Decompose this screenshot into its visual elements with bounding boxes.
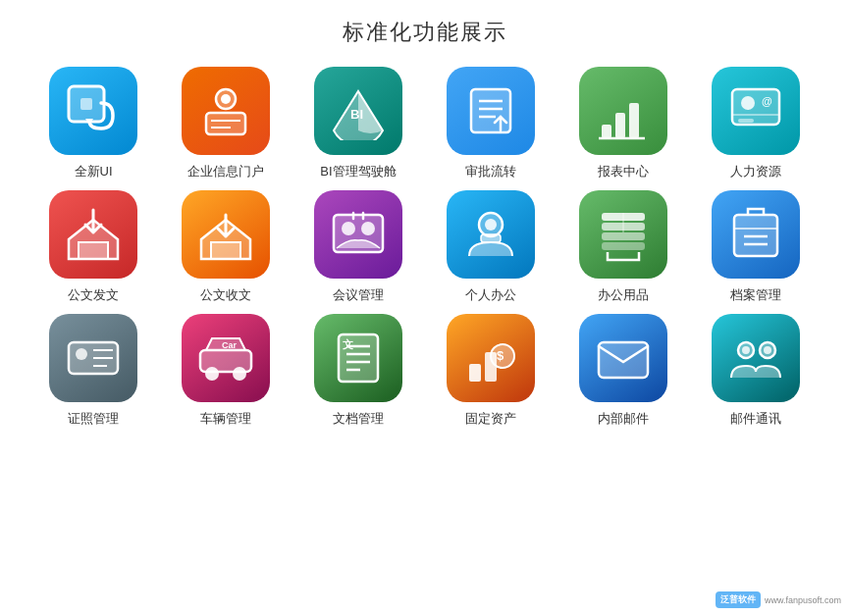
grid-row-0: 全新UI 企业信息门户 BI BI管理驾驶舱 审批流转 报表中心 @ xyxy=(42,67,808,180)
icon-label-hr: 人力资源 xyxy=(730,163,781,180)
icon-label-contact: 邮件通讯 xyxy=(730,410,781,428)
icon-box-docs: 文 xyxy=(314,314,402,402)
svg-rect-30 xyxy=(481,234,501,242)
svg-rect-55 xyxy=(469,364,481,382)
icon-item-hr[interactable]: @ 人力资源 xyxy=(705,67,808,180)
svg-point-4 xyxy=(221,94,231,104)
icon-box-supplies xyxy=(579,190,667,279)
icon-label-license: 证照管理 xyxy=(68,410,119,428)
icon-box-assets: $ xyxy=(447,314,535,402)
icon-box-report xyxy=(579,67,667,155)
svg-point-41 xyxy=(76,348,87,360)
icon-box-meeting xyxy=(314,190,402,279)
icon-label-supplies: 办公用品 xyxy=(598,286,649,304)
icon-item-meeting[interactable]: 会议管理 xyxy=(307,190,410,304)
svg-point-47 xyxy=(233,367,246,381)
icon-box-contact xyxy=(712,314,800,402)
svg-rect-9 xyxy=(471,89,510,132)
icon-label-recdoc: 公文收文 xyxy=(200,286,251,304)
icon-item-email[interactable]: 内部邮件 xyxy=(572,314,675,428)
svg-point-25 xyxy=(361,222,375,235)
svg-rect-22 xyxy=(738,119,754,123)
icon-box-archive xyxy=(712,190,800,279)
icon-item-report[interactable]: 报表中心 xyxy=(572,67,675,180)
svg-text:@: @ xyxy=(762,95,772,107)
icon-label-portal: 企业信息门户 xyxy=(187,163,264,180)
icon-item-bi[interactable]: BI BI管理驾驶舱 xyxy=(307,67,410,180)
icon-label-email: 内部邮件 xyxy=(598,410,649,428)
icon-item-vehicle[interactable]: Car 车辆管理 xyxy=(175,314,278,428)
icon-box-email xyxy=(579,314,667,402)
icon-label-personal: 个人办公 xyxy=(465,286,516,304)
icon-item-sendoc[interactable]: 公文发文 xyxy=(42,190,145,304)
grid-row-1: 公文发文 公文收文 会议管理 个人办公 办公用品 xyxy=(42,190,808,304)
svg-point-61 xyxy=(742,346,750,354)
grid-row-2: 证照管理 Car 车辆管理 文 文档管理 $ 固定资产 内部邮件 xyxy=(42,314,808,428)
svg-point-63 xyxy=(764,346,771,354)
icon-label-docs: 文档管理 xyxy=(333,410,384,428)
svg-text:BI: BI xyxy=(350,107,363,122)
svg-rect-1 xyxy=(80,98,92,110)
icon-item-docs[interactable]: 文 文档管理 xyxy=(307,314,410,428)
icon-item-personal[interactable]: 个人办公 xyxy=(440,190,543,304)
icon-item-xinui[interactable]: 全新UI xyxy=(42,67,145,180)
icon-label-vehicle: 车辆管理 xyxy=(200,410,251,428)
icon-item-portal[interactable]: 企业信息门户 xyxy=(175,67,278,180)
icon-box-license xyxy=(49,314,137,402)
icon-box-portal xyxy=(182,67,270,155)
svg-rect-59 xyxy=(599,342,648,378)
svg-rect-15 xyxy=(615,113,625,138)
icon-box-approval xyxy=(447,67,535,155)
icon-label-approval: 审批流转 xyxy=(465,163,516,180)
icon-item-archive[interactable]: 档案管理 xyxy=(705,190,808,304)
watermark: 泛普软件 www.fanpusoft.com xyxy=(716,591,841,608)
icon-box-sendoc xyxy=(49,190,137,279)
svg-point-19 xyxy=(741,96,755,110)
icon-box-bi: BI xyxy=(314,67,402,155)
icon-box-vehicle: Car xyxy=(182,314,270,402)
icon-box-xinui xyxy=(49,67,137,155)
icon-item-contact[interactable]: 邮件通讯 xyxy=(705,314,808,428)
svg-rect-34 xyxy=(602,242,645,250)
svg-text:Car: Car xyxy=(222,340,238,350)
svg-point-24 xyxy=(342,222,355,235)
svg-text:$: $ xyxy=(497,348,504,363)
svg-point-29 xyxy=(485,219,497,231)
icon-box-personal xyxy=(447,190,535,279)
icon-item-recdoc[interactable]: 公文收文 xyxy=(175,190,278,304)
page-title: 标准化功能展示 xyxy=(0,0,849,57)
watermark-logo: 泛普软件 xyxy=(720,593,756,606)
svg-text:文: 文 xyxy=(343,338,353,350)
watermark-url: www.fanpusoft.com xyxy=(765,595,841,605)
icon-label-assets: 固定资产 xyxy=(465,410,516,428)
icon-item-supplies[interactable]: 办公用品 xyxy=(572,190,675,304)
icon-label-archive: 档案管理 xyxy=(730,286,781,304)
svg-rect-33 xyxy=(602,232,645,240)
icon-label-sendoc: 公文发文 xyxy=(68,286,119,304)
icon-item-assets[interactable]: $ 固定资产 xyxy=(440,314,543,428)
icon-label-xinui: 全新UI xyxy=(75,163,113,180)
svg-rect-5 xyxy=(206,113,245,134)
icon-label-bi: BI管理驾驶舱 xyxy=(320,163,396,180)
icon-label-meeting: 会议管理 xyxy=(333,286,384,304)
svg-point-46 xyxy=(205,367,219,381)
svg-rect-14 xyxy=(602,125,611,138)
grid-container: 全新UI 企业信息门户 BI BI管理驾驶舱 审批流转 报表中心 @ xyxy=(0,57,849,437)
icon-label-report: 报表中心 xyxy=(598,163,649,180)
icon-item-approval[interactable]: 审批流转 xyxy=(440,67,543,180)
icon-box-hr: @ xyxy=(712,67,800,155)
icon-box-recdoc xyxy=(182,190,270,279)
svg-rect-16 xyxy=(629,103,639,138)
icon-item-license[interactable]: 证照管理 xyxy=(42,314,145,428)
